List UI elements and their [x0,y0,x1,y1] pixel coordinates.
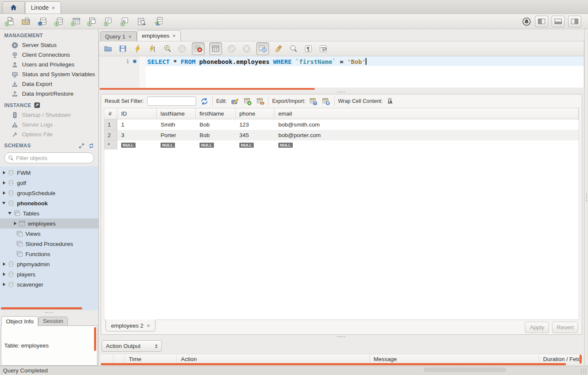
tree-item-functions-folder[interactable]: Functions [0,249,98,259]
revert-button[interactable]: Revert [552,322,578,333]
expander-icon[interactable] [3,262,6,266]
output-vertical-scrollbar[interactable] [580,355,582,364]
connection-tab-linode[interactable]: Linode × [25,1,61,14]
toggle-stop-on-error-icon[interactable] [192,42,205,55]
result-filter-input[interactable] [147,97,196,106]
tab-session[interactable]: Session [38,317,68,326]
delete-row-icon[interactable] [255,97,265,105]
cell-email[interactable]: bob@porter.com [275,130,579,141]
edit-cell-icon[interactable] [230,97,239,105]
create-table-icon[interactable] [70,17,80,27]
inspect-database-icon[interactable] [37,17,47,27]
tree-item-schema-fwm[interactable]: FWM [0,168,98,178]
editor-result-splitter[interactable] [99,90,584,94]
close-icon[interactable]: × [128,33,132,40]
toggle-output-panel-button[interactable] [552,16,565,27]
sidebar-item-startup-shutdown[interactable]: Startup / Shutdown [0,110,98,120]
refresh-results-icon[interactable] [200,97,209,105]
object-info-scrollbar[interactable] [94,327,96,351]
sidebar-item-users-privileges[interactable]: Users and Privileges [0,60,98,69]
bottom-scrollbar-thumb[interactable] [424,367,506,372]
column-header-index[interactable] [113,354,125,364]
expander-icon[interactable] [3,171,6,174]
expander-icon[interactable] [2,202,6,204]
close-icon[interactable]: × [52,5,55,11]
tab-query-1[interactable]: Query 1 × [100,31,137,41]
create-schema-icon[interactable] [54,17,64,27]
column-header-status-icon[interactable] [101,354,113,364]
create-function-icon[interactable] [120,17,130,27]
expander-icon[interactable] [3,283,6,286]
execute-current-statement-icon[interactable] [147,44,158,54]
sidebar-splitter[interactable] [0,310,98,314]
column-header-num[interactable]: # [104,108,117,119]
tab-object-info[interactable]: Object Info [1,316,38,326]
sidebar-item-status-system-variables[interactable]: Status and System Variables [0,69,98,79]
right-panel-splitter[interactable] [584,29,588,366]
result-tab-employees-2[interactable]: employees 2 × [105,320,155,331]
tree-item-schema-phonebook[interactable]: phonebook [0,198,98,208]
cell-lastname[interactable]: Smith [157,119,196,130]
refresh-schemas-icon[interactable] [89,143,94,149]
cell-firstname[interactable]: Bob [196,130,236,141]
tree-item-stored-procedures-folder[interactable]: Stored Procedures [0,239,98,249]
sidebar-item-server-status[interactable]: Server Status [0,40,98,50]
apply-button[interactable]: Apply [525,322,549,333]
tree-item-schema-scavenger[interactable]: scavenger [0,279,98,290]
import-records-icon[interactable] [322,97,331,105]
output-type-select[interactable]: Action Output [102,340,162,352]
tab-employees[interactable]: employees × [137,30,181,41]
cell-lastname[interactable]: Porter [157,130,196,141]
tree-item-schema-golf[interactable]: golf [0,178,98,188]
cell-firstname[interactable]: Bob [196,119,236,130]
expand-schemas-icon[interactable] [79,143,84,149]
tree-item-tables-folder[interactable]: Tables [0,208,98,218]
wrap-text-icon[interactable] [318,44,328,54]
open-script-icon[interactable] [103,44,113,54]
wrap-cell-content-icon[interactable] [386,97,395,105]
beautify-sql-icon[interactable] [274,44,284,54]
result-output-splitter[interactable] [99,335,584,339]
close-icon[interactable]: × [172,33,176,39]
limit-rows-icon[interactable] [209,42,222,55]
column-header-time[interactable]: Time [125,354,177,364]
column-header-message[interactable]: Message [370,354,539,364]
column-header-action[interactable]: Action [177,354,370,364]
tree-horizontal-scrollbar[interactable] [1,307,82,309]
cell-id[interactable]: 3 [117,130,157,141]
new-sql-tab-icon[interactable] [4,17,14,27]
home-tab[interactable] [2,1,25,14]
tree-item-schema-phpmyadmin[interactable]: phpmyadmin [0,259,98,269]
expander-icon[interactable] [8,212,11,215]
sidebar-item-server-logs[interactable]: Server Logs [0,120,98,130]
toggle-secondary-sidebar-button[interactable] [568,16,581,27]
create-procedure-icon[interactable] [103,17,114,27]
toggle-autocommit-icon[interactable] [256,42,269,55]
schema-filter-input[interactable] [16,155,91,161]
execute-query-icon[interactable] [133,44,143,54]
notification-bell-icon[interactable] [521,17,532,27]
save-script-icon[interactable] [118,44,128,54]
insert-row-icon[interactable] [243,97,252,105]
table-row[interactable]: 2 3 Porter Bob 345 bob@porter.com [104,130,579,141]
sql-editor[interactable]: 1 SELECT * FROM phonebook.employees WHER… [99,56,584,88]
close-icon[interactable]: × [147,323,150,329]
window-resize-grip-icon[interactable] [580,368,586,374]
column-header-phone[interactable]: phone [236,108,275,119]
sidebar-item-options-file[interactable]: Options File [0,130,98,139]
column-header-id[interactable]: ID [117,108,157,119]
column-header-lastname[interactable]: lastName [157,108,196,119]
column-header-firstname[interactable]: firstName [196,108,236,119]
data-transfer-icon[interactable] [153,17,163,27]
explain-plan-icon[interactable] [162,44,172,54]
sidebar-item-data-export[interactable]: Data Export [0,79,98,89]
sql-code-area[interactable]: SELECT * FROM phonebook.employees WHERE … [146,56,584,88]
new-row-placeholder[interactable]: * NULL NULL NULL NULL NULL [104,141,579,149]
show-invisibles-icon[interactable] [303,44,313,54]
create-view-icon[interactable] [87,17,97,27]
cell-id[interactable]: 1 [117,119,157,130]
cell-email[interactable]: bob@smith.com [275,119,579,130]
expander-icon[interactable] [3,273,6,276]
find-icon[interactable] [288,44,299,54]
sidebar-item-data-import[interactable]: Data Import/Restore [0,89,98,99]
